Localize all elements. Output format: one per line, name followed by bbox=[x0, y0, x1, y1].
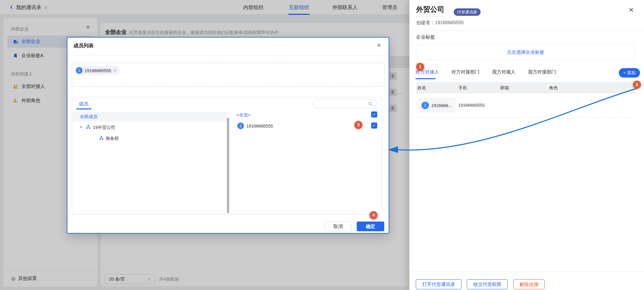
disconnect-button[interactable]: 解除连接 bbox=[513, 279, 545, 289]
cancel-button[interactable]: 取消 bbox=[325, 222, 352, 231]
liaison-tabs: 对方对接人 对方对接部门 我方对接人 我方对接部门 bbox=[415, 69, 556, 75]
transfer-managed-rights-button[interactable]: 移交代管权限 bbox=[467, 279, 508, 289]
panel-footer: 打开代管通讯录 移交代管权限 解除连接 bbox=[409, 271, 644, 290]
liaison-phone: 19166665555 bbox=[458, 103, 485, 108]
step-badge-1: 1 bbox=[416, 63, 424, 71]
close-icon[interactable]: ✕ bbox=[377, 42, 381, 49]
add-liaison-button[interactable]: + 添加 bbox=[619, 68, 640, 78]
step-badge-3: 3 bbox=[354, 121, 362, 129]
divider bbox=[409, 30, 644, 31]
select-all-checkbox[interactable]: ✓ bbox=[371, 111, 377, 117]
managed-contacts-badge: 代管通讯录 bbox=[454, 8, 481, 16]
tree-expand-icon[interactable]: ▼ bbox=[80, 126, 83, 129]
column-name: 姓名 bbox=[416, 85, 457, 91]
search-icon bbox=[368, 101, 373, 107]
remove-tag-icon[interactable]: ✕ bbox=[113, 68, 116, 73]
selected-member-label: 19166665555 bbox=[85, 68, 111, 73]
tab-our-department[interactable]: 我方对接部门 bbox=[528, 69, 556, 75]
liaison-table-header: 姓名 手机 邮箱 角色 bbox=[416, 82, 635, 93]
tab-members[interactable]: 成员 bbox=[79, 101, 88, 107]
select-all-link[interactable]: <全选> bbox=[237, 112, 250, 118]
divider bbox=[230, 112, 230, 214]
tree-node-company[interactable]: 19外贸公司 bbox=[93, 125, 115, 131]
close-icon[interactable]: ✕ bbox=[629, 6, 634, 14]
table-row: 1 1916666... 19166665555 bbox=[416, 93, 635, 118]
tab-their-department[interactable]: 对方对接部门 bbox=[451, 69, 480, 75]
org-icon bbox=[86, 125, 91, 130]
avatar: 1 bbox=[422, 102, 429, 109]
avatar: 1 bbox=[237, 123, 244, 129]
tree-header-all-members[interactable]: 全部成员 bbox=[72, 112, 227, 122]
panel-title[interactable]: 外贸公司 bbox=[416, 5, 444, 17]
active-tab-underline bbox=[415, 78, 436, 79]
member-name: 19166665555 bbox=[246, 124, 273, 129]
company-tag-label: 企业标签 bbox=[416, 34, 435, 40]
divider bbox=[67, 55, 389, 55]
active-tab-underline bbox=[77, 108, 91, 109]
column-phone: 手机 bbox=[457, 85, 499, 91]
select-company-tag-box[interactable]: 点击选择企业标签 bbox=[416, 44, 635, 60]
creator-info: 创建者：19166665555 bbox=[416, 20, 464, 26]
member-checkbox[interactable]: ✓ bbox=[371, 123, 377, 129]
selected-members-box[interactable]: 1 19166665555 ✕ bbox=[72, 63, 385, 87]
column-role: 角色 bbox=[548, 85, 558, 91]
open-managed-contacts-button[interactable]: 打开代管通讯录 bbox=[416, 279, 461, 289]
member-picker: 成员 全部成员 ▼ 19外贸公司 商务部 <全选> ✓ 1 1916666555… bbox=[72, 97, 382, 214]
member-list-modal: 成员列表 ✕ 1 19166665555 ✕ 成员 全部成员 ▼ 19外贸公司 … bbox=[67, 37, 389, 234]
step-badge-2: 2 bbox=[633, 81, 641, 89]
column-email: 邮箱 bbox=[499, 85, 548, 91]
step-badge-4: 4 bbox=[369, 211, 378, 219]
tab-our-liaison[interactable]: 我方对接人 bbox=[492, 69, 515, 75]
search-box[interactable] bbox=[312, 99, 377, 108]
confirm-button[interactable]: 确定 bbox=[357, 222, 384, 231]
selected-member-tag[interactable]: 1 19166665555 ✕ bbox=[75, 66, 119, 75]
org-icon bbox=[99, 136, 104, 141]
search-input[interactable] bbox=[317, 100, 367, 107]
liaison-name: 1916666... bbox=[431, 103, 452, 108]
liaison-chip[interactable]: 1 1916666... bbox=[419, 98, 456, 113]
company-detail-panel: ✕ 外贸公司 代管通讯录 创建者：19166665555 企业标签 点击选择企业… bbox=[409, 0, 644, 290]
tree-node-department[interactable]: 商务部 bbox=[106, 136, 119, 142]
scrollbar[interactable] bbox=[227, 118, 229, 213]
modal-title: 成员列表 bbox=[73, 43, 94, 49]
avatar: 1 bbox=[76, 67, 83, 74]
